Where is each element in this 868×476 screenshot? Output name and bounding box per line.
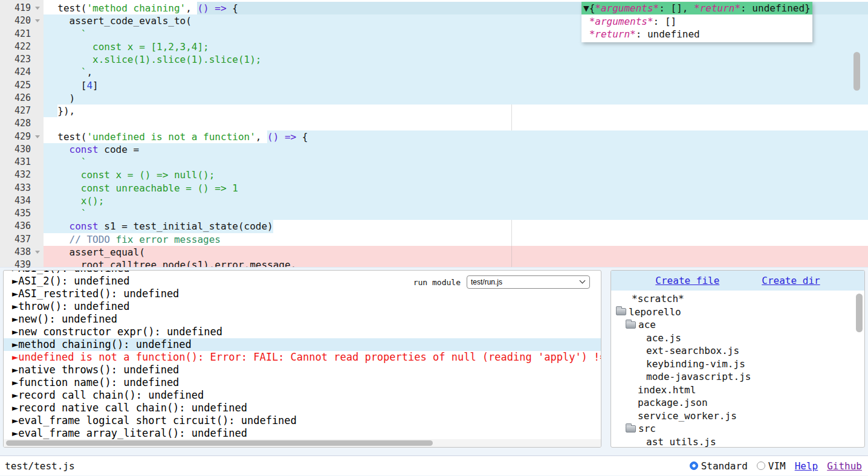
code-line[interactable]: const s1 = test_initial_state(code) [44, 220, 868, 233]
code-line[interactable]: ) [44, 92, 868, 105]
github-link[interactable]: Github [827, 460, 862, 472]
test-result-row[interactable]: ►throw(): undefined [4, 300, 601, 313]
gutter-line-number[interactable]: 426 [0, 92, 44, 105]
code-line[interactable]: root_calltree_node(s1).error.message, [44, 259, 868, 267]
code-line[interactable]: }), [44, 105, 868, 117]
expand-arrow-icon[interactable]: ► [12, 402, 18, 414]
run-module-select[interactable]: test/run.js [467, 275, 590, 289]
expand-arrow-icon[interactable]: ► [12, 427, 18, 439]
code-line[interactable]: // TODO fix error messages [44, 233, 868, 246]
expand-arrow-icon[interactable]: ► [12, 326, 18, 338]
results-hscrollbar-track[interactable] [4, 439, 601, 447]
gutter-line-number[interactable]: 421 [0, 28, 44, 40]
gutter-line-number[interactable]: 420 [0, 14, 44, 27]
gutter-line-number[interactable]: 422 [0, 40, 44, 53]
test-result-row[interactable]: ►native throws(): undefined [4, 364, 601, 376]
expand-arrow-icon[interactable]: ► [12, 389, 18, 401]
code-segment: `, [44, 66, 92, 79]
code-line[interactable]: test('undefined is not a function', () =… [44, 130, 868, 143]
tree-item[interactable]: mode-javascript.js [611, 370, 864, 384]
code-line[interactable] [44, 117, 868, 130]
fold-marker-icon[interactable] [35, 19, 40, 22]
gutter-line-number[interactable]: 427 [0, 105, 44, 117]
expand-arrow-icon[interactable]: ► [12, 313, 18, 325]
gutter-line-number[interactable]: 425 [0, 79, 44, 92]
keybinding-standard-option[interactable]: Standard [690, 460, 748, 472]
test-result-row[interactable]: ►function name(): undefined [4, 376, 601, 389]
tooltip-header[interactable]: ▼{*arguments*: [], *return*: undefined} [581, 2, 812, 14]
gutter-line-number[interactable]: 429 [0, 130, 44, 143]
help-link[interactable]: Help [795, 460, 818, 472]
editor-scrollbar-thumb[interactable] [853, 52, 860, 91]
files-scrollbar-thumb[interactable] [856, 294, 863, 332]
code-token: }), [57, 105, 75, 117]
code-line[interactable]: const code = [44, 143, 868, 156]
gutter-line-number[interactable]: 436 [0, 220, 44, 233]
gutter-line-number[interactable]: 419 [0, 2, 44, 14]
gutter-line-number[interactable]: 437 [0, 233, 44, 246]
expand-arrow-icon[interactable]: ► [12, 364, 18, 376]
code-line[interactable]: ` [44, 156, 868, 169]
gutter-line-number[interactable]: 424 [0, 66, 44, 79]
code-line[interactable]: const unreachable = () => 1 [44, 182, 868, 195]
gutter-line-number[interactable]: 431 [0, 156, 44, 169]
fold-marker-icon[interactable] [35, 135, 40, 138]
code-line[interactable]: `, [44, 66, 868, 79]
gutter-line-number[interactable]: 432 [0, 169, 44, 181]
code-line[interactable]: x(); [44, 195, 868, 207]
test-result-row[interactable]: ►eval_frame logical short circuit(): und… [4, 414, 601, 427]
gutter-line-number[interactable]: 423 [0, 53, 44, 66]
expand-arrow-icon[interactable]: ► [12, 300, 18, 312]
tree-item[interactable]: src [611, 422, 864, 436]
tree-item[interactable]: index.html [611, 384, 864, 397]
keybinding-vim-radio[interactable] [757, 462, 765, 470]
tree-item[interactable]: ext-searchbox.js [611, 344, 864, 358]
test-result-row[interactable]: ►eval_frame array_literal(): undefined [4, 427, 601, 440]
code-editor[interactable]: 4194204214224234244254264274284294304314… [0, 0, 868, 268]
tree-item[interactable]: ace.js [611, 332, 864, 345]
expand-arrow-icon[interactable]: ► [12, 414, 18, 426]
test-result-row[interactable]: ►record call chain(): undefined [4, 389, 601, 402]
keybinding-vim-option[interactable]: VIM [757, 460, 786, 472]
create-dir-link[interactable]: Create dir [762, 275, 820, 286]
expand-arrow-icon[interactable]: ► [12, 275, 18, 287]
create-file-link[interactable]: Create file [655, 275, 719, 286]
code-line[interactable]: assert_equal( [44, 246, 868, 259]
status-bar-right: Standard VIM Help Github [690, 460, 862, 472]
test-result-row[interactable]: ►ASI_restrited(): undefined [4, 288, 601, 300]
fold-marker-icon[interactable] [35, 251, 40, 254]
code-line[interactable]: const x = () => null(); [44, 169, 868, 181]
gutter-line-number[interactable]: 433 [0, 182, 44, 195]
expand-arrow-icon[interactable]: ► [12, 338, 18, 350]
test-result-row[interactable]: ►new constructor expr(): undefined [4, 326, 601, 338]
keybinding-standard-radio[interactable] [690, 462, 698, 470]
tree-item[interactable]: ace [611, 318, 864, 332]
expand-arrow-icon[interactable]: ► [12, 351, 18, 363]
gutter-line-number[interactable]: 435 [0, 207, 44, 220]
tree-item[interactable]: keybinding-vim.js [611, 358, 864, 371]
tree-item[interactable]: service_worker.js [611, 410, 864, 423]
test-result-text: ASI_2(): undefined [18, 275, 129, 287]
test-result-row[interactable]: ►method chaining(): undefined [4, 338, 601, 351]
fold-marker-icon[interactable] [35, 7, 40, 10]
results-hscrollbar-thumb[interactable] [6, 440, 433, 446]
tree-item[interactable]: ast_utils.js [611, 436, 864, 448]
gutter-line-number[interactable]: 438 [0, 246, 44, 259]
code-line[interactable]: ` [44, 207, 868, 220]
code-line[interactable]: x.slice(1).slice(1).slice(1); [44, 53, 868, 66]
folder-icon [616, 308, 626, 315]
gutter-line-number[interactable]: 439 [0, 259, 44, 271]
gutter-line-number[interactable]: 428 [0, 117, 44, 130]
tree-item[interactable]: *scratch* [611, 292, 864, 306]
tree-item[interactable]: package.json [611, 396, 864, 410]
test-result-row[interactable]: ►undefined is not a function(): Error: F… [4, 351, 601, 364]
gutter-line-number[interactable]: 434 [0, 195, 44, 207]
code-line[interactable]: [4] [44, 79, 868, 92]
test-result-row[interactable]: ►record native call chain(): undefined [4, 402, 601, 414]
gutter-line-number[interactable]: 430 [0, 143, 44, 156]
test-result-row[interactable]: ►ASI_1(): undefined [4, 270, 601, 275]
expand-arrow-icon[interactable]: ► [12, 288, 18, 300]
expand-arrow-icon[interactable]: ► [12, 376, 18, 388]
tree-item[interactable]: leporello [611, 306, 864, 319]
test-result-row[interactable]: ►new(): undefined [4, 313, 601, 326]
